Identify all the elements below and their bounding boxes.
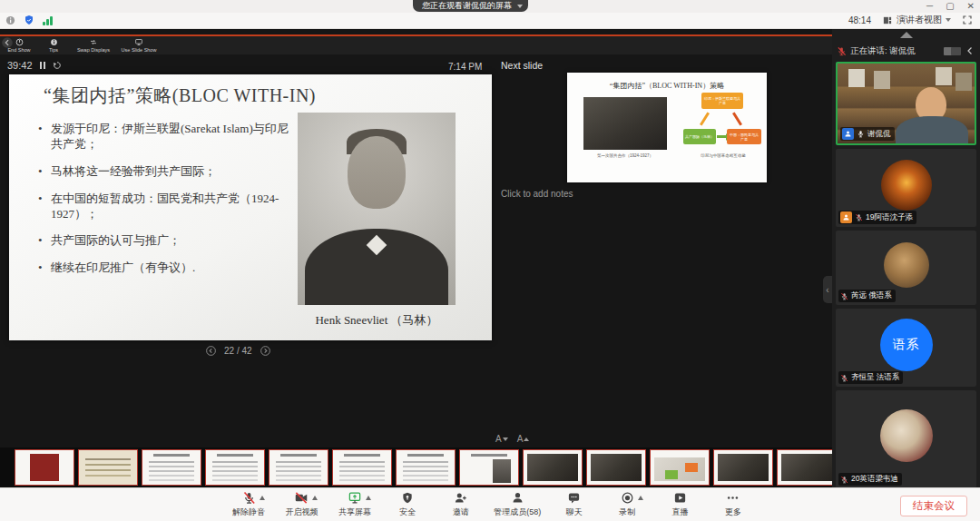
use-slide-show-icon (134, 38, 143, 46)
invite-button[interactable]: 邀请 (441, 490, 481, 520)
slide-thumbnail[interactable] (15, 449, 74, 486)
slide-thumbnail[interactable] (78, 449, 138, 486)
chevron-down-icon (946, 18, 951, 22)
use-slide-show-label: Use Slide Show (122, 47, 157, 53)
next-slide-button[interactable] (260, 345, 271, 357)
presenter-view-icon (882, 15, 893, 25)
minimize-button[interactable]: ─ (926, 0, 933, 12)
shield-icon (401, 491, 414, 505)
meeting-timer: 48:14 (848, 15, 871, 25)
avatar (881, 160, 932, 211)
os-title-bar: 您正在观看谢侃侃的屏幕 ─ ▢ ✕ (0, 0, 980, 13)
slide-bullet: 马林将这一经验带到共产国际； (36, 164, 292, 180)
slide-thumbnail[interactable] (269, 449, 328, 486)
diagram-left-box: 共产国际（马林） (683, 129, 716, 144)
mic-muted-icon (855, 213, 863, 221)
slide-navigation: 22 / 42 (205, 345, 271, 357)
watching-screen-pill[interactable]: 您正在观看谢侃侃的屏幕 (413, 0, 528, 12)
mic-muted-icon (840, 292, 848, 300)
tips-button[interactable]: Tips (38, 38, 69, 53)
participant-name: 芮远 俄语系 (851, 290, 892, 301)
current-slide[interactable]: “集团内括”策略(BLOC WITH-IN) 发源于印尼：伊斯兰联盟(Sarek… (9, 74, 492, 340)
chat-label: 聊天 (566, 506, 583, 518)
sidebar-collapse-handle[interactable]: ‹ (823, 276, 832, 303)
slide-bullet-list: 发源于印尼：伊斯兰联盟(Sarekat Islam)与印尼共产党； 马林将这一经… (36, 122, 292, 288)
network-signal-icon[interactable] (43, 15, 53, 25)
maximize-button[interactable]: ▢ (946, 0, 954, 12)
participants-sidebar: 正在讲话: 谢侃侃 谢侃侃 19阿语沈子添 (832, 29, 980, 487)
cohost-badge-icon (840, 211, 852, 223)
presentation-timer: 39:42 (7, 60, 33, 71)
collapse-up-icon[interactable] (900, 32, 913, 38)
caret-up-icon[interactable] (312, 496, 318, 500)
font-smaller-label: A (495, 434, 502, 444)
more-button[interactable]: 更多 (713, 490, 753, 520)
restart-timer-icon[interactable] (53, 61, 62, 70)
filmstrip-scroll-left-button[interactable] (1, 36, 14, 49)
participant-tile[interactable]: 19阿语沈子添 (836, 149, 976, 227)
video-layout-icon[interactable] (944, 47, 961, 55)
screen-share-icon (348, 491, 362, 505)
increase-notes-font-button[interactable]: A (517, 434, 530, 444)
mic-muted-icon (242, 491, 256, 505)
sneevliet-portrait-photo (298, 113, 456, 305)
diagram-connector (700, 112, 710, 125)
decrease-notes-font-button[interactable]: A (495, 434, 508, 444)
tips-label: Tips (49, 47, 58, 53)
live-stream-button[interactable]: 直播 (661, 490, 701, 520)
security-button[interactable]: 安全 (387, 490, 427, 520)
pause-timer-icon[interactable] (40, 62, 45, 69)
view-mode-dropdown[interactable]: 演讲者视图 (882, 14, 951, 26)
swap-displays-button[interactable]: Swap Displays (73, 38, 114, 53)
caret-up-icon[interactable] (260, 496, 265, 500)
speaking-now-label: 正在讲话: 谢侃侃 (850, 45, 940, 57)
avatar-initials: 语系 (893, 337, 920, 353)
speaking-now-bar: 正在讲话: 谢侃侃 (832, 42, 980, 60)
slide-thumbnail[interactable] (396, 449, 456, 486)
unmute-button[interactable]: 解除静音 (229, 490, 269, 520)
participant-name: 齐恒呈 法语系 (851, 372, 899, 383)
security-shield-icon[interactable] (24, 15, 34, 25)
caret-up-icon[interactable] (638, 496, 643, 500)
tips-icon (50, 38, 58, 46)
slide-thumbnail[interactable] (205, 449, 265, 486)
start-video-button[interactable]: 开启视频 (281, 490, 321, 520)
participant-tile[interactable]: 20英语梁韦迪 (836, 390, 976, 487)
record-button[interactable]: 录制 (607, 490, 647, 520)
slide-thumbnail[interactable] (459, 449, 519, 486)
participant-name: 19阿语沈子添 (866, 212, 913, 223)
slide-thumbnail[interactable] (523, 449, 583, 486)
end-meeting-button[interactable]: 结束会议 (900, 496, 967, 516)
slide-thumbnail[interactable] (650, 449, 710, 486)
group-photo-thumbnail (583, 97, 667, 150)
caret-down-icon (503, 437, 508, 441)
slide-thumbnail[interactable] (332, 449, 392, 486)
host-badge-icon (842, 128, 854, 140)
font-larger-label: A (517, 434, 524, 444)
chat-button[interactable]: 聊天 (554, 490, 594, 520)
participant-tile[interactable]: 芮远 俄语系 (836, 231, 976, 305)
use-slide-show-button[interactable]: Use Slide Show (118, 38, 160, 53)
chevron-down-icon (517, 5, 523, 8)
slide-thumbnail[interactable] (713, 449, 773, 486)
slide-thumbnail[interactable] (777, 449, 832, 486)
security-label: 安全 (399, 506, 416, 518)
participant-tile[interactable]: 语系 齐恒呈 法语系 (836, 309, 976, 387)
meeting-toolbar: 解除静音 开启视频 共享屏幕 安全 邀请 管理成员(58) (0, 487, 980, 521)
share-screen-button[interactable]: 共享屏幕 (335, 490, 375, 520)
manage-members-button[interactable]: 管理成员(58) (494, 490, 541, 520)
participant-tile-speaker[interactable]: 谢侃侃 (836, 62, 976, 145)
next-slide-preview[interactable]: “集团内括”（BLOC WITH-IN）策略 第一次国共合作（1924-1927… (567, 73, 767, 182)
diagram-right-box: 中国：国民党与共产党 (727, 129, 761, 144)
back-arrow-icon[interactable] (965, 45, 975, 56)
slide-bullet: 发源于印尼：伊斯兰联盟(Sarekat Islam)与印尼共产党； (36, 122, 292, 152)
slide-thumbnail[interactable] (142, 449, 201, 486)
slide-thumbnail[interactable] (586, 449, 646, 486)
slide-bullet: 继续在印尼推广（有争议）. (36, 260, 292, 276)
fullscreen-icon[interactable] (962, 15, 973, 25)
close-button[interactable]: ✕ (967, 0, 975, 12)
info-icon[interactable] (5, 15, 15, 25)
previous-slide-button[interactable] (205, 345, 217, 357)
notes-placeholder[interactable]: Click to add notes (501, 189, 573, 199)
caret-up-icon[interactable] (366, 496, 371, 500)
